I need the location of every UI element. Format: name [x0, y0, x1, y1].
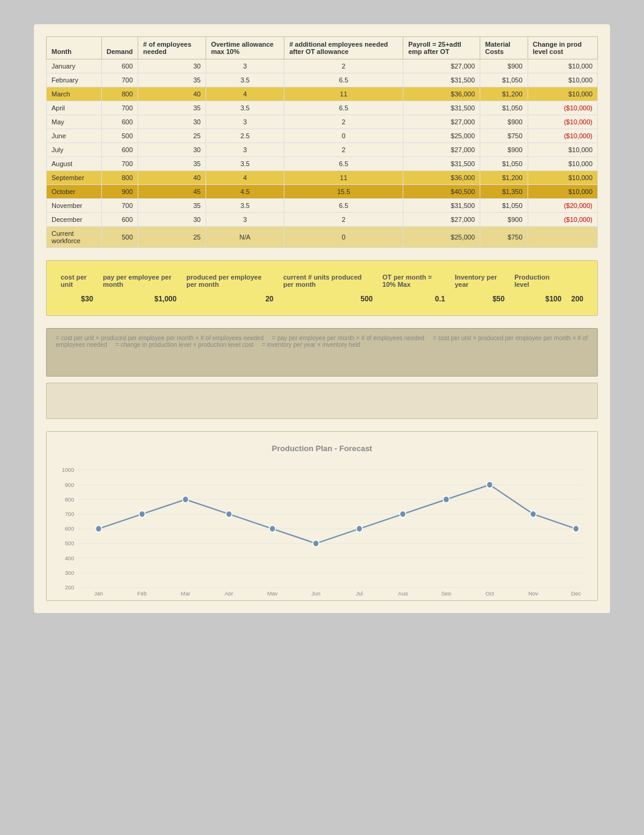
cell-add-emp: 11: [284, 171, 403, 185]
cell-month: Current workforce: [47, 227, 102, 248]
svg-text:700: 700: [65, 511, 74, 517]
param-val-current: 500: [278, 292, 378, 306]
cell-ot: 2.5: [206, 129, 284, 143]
chart-section: Production Plan - Forecast 1000 900 800 …: [46, 431, 598, 601]
cell-month: August: [47, 157, 102, 171]
svg-point-19: [139, 511, 145, 517]
param-header-production: Production level: [509, 270, 566, 292]
cell-emp-needed: 25: [138, 227, 206, 248]
cell-add-emp: 15.5: [284, 185, 403, 199]
table-row: December 600 30 3 2 $27,000 $900 ($10,00…: [47, 213, 598, 227]
cell-demand: 700: [101, 157, 138, 171]
chart-svg: 1000 900 800 700 600 500 400 300 200: [59, 462, 585, 595]
cell-month: September: [47, 171, 102, 185]
cell-change-prod: $10,000: [528, 143, 597, 157]
svg-text:Mar: Mar: [181, 590, 190, 595]
cell-add-emp: 6.5: [284, 199, 403, 213]
cell-change-prod: $10,000: [528, 185, 597, 199]
table-row: May 600 30 3 2 $27,000 $900 ($10,000): [47, 115, 598, 129]
svg-point-18: [96, 526, 102, 532]
cell-material: $1,200: [480, 87, 528, 101]
svg-text:Jan: Jan: [94, 590, 103, 595]
svg-text:400: 400: [65, 554, 74, 561]
cell-month: November: [47, 199, 102, 213]
svg-point-27: [487, 481, 493, 488]
svg-text:500: 500: [65, 540, 74, 546]
cell-change-prod: $10,000: [528, 157, 597, 171]
col-header-additional: # additional employees needed after OT a…: [284, 37, 403, 59]
cell-material: $1,050: [480, 101, 528, 115]
cell-month: May: [47, 115, 102, 129]
cell-material: $1,050: [480, 199, 528, 213]
cell-demand: 700: [101, 199, 138, 213]
col-header-change-prod: Change in prod level cost: [528, 37, 597, 59]
cell-demand: 700: [101, 73, 138, 87]
cell-material: $1,350: [480, 185, 528, 199]
svg-point-29: [573, 526, 579, 532]
param-val-production: $100: [509, 292, 566, 306]
cell-month: July: [47, 143, 102, 157]
svg-text:Apr: Apr: [225, 590, 233, 595]
cell-material: $1,050: [480, 73, 528, 87]
cell-payroll: $31,500: [403, 157, 480, 171]
cell-change-prod: ($10,000): [528, 101, 597, 115]
cell-payroll: $31,500: [403, 101, 480, 115]
col-header-payroll: Payroll = 25+adtl emp after OT: [403, 37, 480, 59]
table-row: January 600 30 3 2 $27,000 $900 $10,000: [47, 59, 598, 73]
cell-change-prod: ($20,000): [528, 199, 597, 213]
svg-point-25: [400, 511, 406, 517]
cell-month: October: [47, 185, 102, 199]
cell-change-prod: [528, 227, 597, 248]
svg-text:200: 200: [65, 584, 74, 591]
cell-change-prod: $10,000: [528, 171, 597, 185]
main-data-table: Month Demand # of employees needed Overt…: [46, 36, 598, 248]
cell-material: $900: [480, 115, 528, 129]
formula-text: = cost per unit × produced per employee …: [56, 335, 588, 348]
cell-demand: 800: [101, 171, 138, 185]
cell-payroll: $25,000: [403, 227, 480, 248]
cell-demand: 600: [101, 115, 138, 129]
cell-add-emp: 0: [284, 129, 403, 143]
cell-emp-needed: 45: [138, 185, 206, 199]
cell-change-prod: $10,000: [528, 59, 597, 73]
cell-month: June: [47, 129, 102, 143]
cell-add-emp: 6.5: [284, 73, 403, 87]
cell-emp-needed: 25: [138, 129, 206, 143]
cell-ot: 4: [206, 87, 284, 101]
param-val-produced: 20: [181, 292, 278, 306]
cell-add-emp: 6.5: [284, 101, 403, 115]
cell-demand: 600: [101, 59, 138, 73]
cell-ot: 4.5: [206, 185, 284, 199]
cell-payroll: $36,000: [403, 171, 480, 185]
cell-material: $900: [480, 213, 528, 227]
cell-month: April: [47, 101, 102, 115]
cell-payroll: $31,500: [403, 73, 480, 87]
cell-emp-needed: 35: [138, 199, 206, 213]
cell-ot: 3: [206, 143, 284, 157]
param-val-pay: $1,000: [98, 292, 182, 306]
cell-demand: 900: [101, 185, 138, 199]
cell-demand: 500: [101, 227, 138, 248]
table-row: April 700 35 3.5 6.5 $31,500 $1,050 ($10…: [47, 101, 598, 115]
cell-add-emp: 2: [284, 115, 403, 129]
param-val-inventory: $50: [450, 292, 509, 306]
svg-text:300: 300: [65, 569, 74, 576]
cell-material: $900: [480, 143, 528, 157]
cell-change-prod: ($10,000): [528, 129, 597, 143]
cell-material: $750: [480, 227, 528, 248]
cell-material: $1,200: [480, 171, 528, 185]
cell-ot: N/A: [206, 227, 284, 248]
svg-point-24: [357, 526, 363, 532]
param-header-extra: [566, 270, 588, 292]
cell-month: February: [47, 73, 102, 87]
svg-point-20: [183, 496, 189, 503]
cell-change-prod: $10,000: [528, 87, 597, 101]
cell-change-prod: ($10,000): [528, 115, 597, 129]
params-table: cost per unit pay per employee per month…: [56, 270, 588, 306]
cell-demand: 600: [101, 213, 138, 227]
table-row: August 700 35 3.5 6.5 $31,500 $1,050 $10…: [47, 157, 598, 171]
cell-demand: 500: [101, 129, 138, 143]
cell-emp-needed: 40: [138, 87, 206, 101]
col-header-employees: # of employees needed: [138, 37, 206, 59]
cell-ot: 3.5: [206, 101, 284, 115]
